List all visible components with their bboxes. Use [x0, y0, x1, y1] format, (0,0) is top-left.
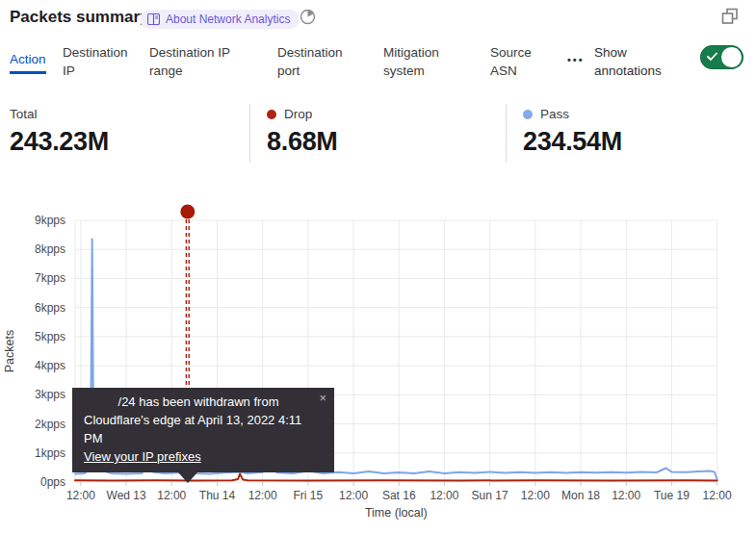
- svg-text:Sun 17: Sun 17: [472, 489, 508, 502]
- svg-text:12:00: 12:00: [157, 489, 186, 502]
- tab-destination-ip[interactable]: Destination IP: [63, 43, 138, 80]
- svg-text:12:00: 12:00: [339, 489, 368, 502]
- tab-action[interactable]: Action: [10, 50, 46, 74]
- stat-drop-label: Drop: [284, 107, 312, 121]
- book-icon: [147, 13, 160, 25]
- annotation-tooltip: /24 has been withdrawn from Cloudflare's…: [72, 388, 334, 472]
- page-title: Packets summary: [10, 8, 149, 27]
- svg-text:0pps: 0pps: [40, 475, 65, 489]
- show-annotations-toggle[interactable]: [700, 45, 743, 69]
- svg-text:Packets: Packets: [3, 330, 16, 372]
- stat-total-value: 243.23M: [10, 127, 109, 157]
- svg-text:12:00: 12:00: [612, 489, 640, 502]
- svg-text:9kpps: 9kpps: [35, 214, 65, 227]
- svg-text:Sat 16: Sat 16: [382, 489, 416, 502]
- stats-divider: [506, 104, 507, 163]
- svg-text:1kpps: 1kpps: [35, 446, 65, 460]
- svg-text:12:00: 12:00: [248, 489, 277, 502]
- svg-text:3kpps: 3kpps: [35, 388, 65, 401]
- toggle-knob: [721, 47, 742, 67]
- svg-text:12:00: 12:00: [66, 489, 95, 502]
- svg-text:12:00: 12:00: [521, 489, 550, 502]
- tooltip-close-icon[interactable]: ×: [319, 392, 326, 404]
- svg-text:12:00: 12:00: [703, 489, 732, 502]
- annotation-tooltip-line1: /24 has been withdrawn from: [84, 393, 323, 411]
- annotation-tooltip-line2: Cloudflare's edge at April 13, 2022 4:11…: [84, 411, 323, 447]
- tab-mitigation-system[interactable]: Mitigation system: [383, 43, 460, 80]
- stat-pass: Pass 234.54M: [523, 107, 622, 157]
- svg-text:Wed 13: Wed 13: [107, 489, 146, 502]
- stat-drop-value: 8.68M: [267, 127, 338, 157]
- svg-text:Time (local): Time (local): [365, 506, 428, 520]
- svg-text:4kpps: 4kpps: [35, 359, 65, 372]
- tab-destination-port[interactable]: Destination port: [277, 43, 356, 80]
- about-network-analytics-badge[interactable]: About Network Analytics: [140, 10, 300, 29]
- more-tabs-button[interactable]: •••: [567, 54, 585, 65]
- view-ip-prefixes-link[interactable]: View your IP prefixes: [84, 449, 201, 464]
- stat-pass-label: Pass: [540, 107, 569, 121]
- svg-text:8kpps: 8kpps: [35, 242, 65, 256]
- svg-text:Fri 15: Fri 15: [294, 489, 324, 502]
- svg-text:Tue 19: Tue 19: [654, 489, 690, 502]
- stats-divider: [249, 104, 250, 163]
- packets-summary-panel: Packets summary About Network Analytics …: [0, 0, 756, 534]
- annotation-dot[interactable]: [180, 205, 195, 219]
- svg-text:12:00: 12:00: [430, 489, 458, 502]
- svg-text:Mon 18: Mon 18: [561, 489, 600, 502]
- svg-text:2kpps: 2kpps: [35, 418, 65, 431]
- about-badge-label: About Network Analytics: [166, 13, 290, 26]
- drop-legend-dot: [267, 110, 276, 119]
- show-annotations-label: Show annotations: [594, 43, 677, 80]
- svg-text:6kpps: 6kpps: [35, 301, 65, 315]
- tab-source-asn[interactable]: Source ASN: [490, 43, 544, 80]
- stat-total: Total 243.23M: [10, 107, 109, 157]
- svg-text:Thu 14: Thu 14: [199, 489, 236, 502]
- svg-text:5kpps: 5kpps: [35, 330, 65, 343]
- tooltip-caret: [178, 472, 197, 483]
- stat-drop: Drop 8.68M: [267, 107, 338, 157]
- time-range-icon[interactable]: [300, 9, 316, 25]
- stat-pass-value: 234.54M: [523, 127, 622, 157]
- expand-panel-icon[interactable]: [721, 8, 739, 25]
- stat-total-label: Total: [10, 107, 38, 121]
- packets-time-series-chart: 0pps1kpps2kpps3kpps4kpps5kpps6kpps7kpps8…: [0, 188, 756, 524]
- check-icon: [707, 52, 717, 62]
- tab-destination-ip-range[interactable]: Destination IP range: [149, 43, 244, 80]
- svg-text:7kpps: 7kpps: [35, 271, 65, 285]
- pass-legend-dot: [523, 110, 533, 119]
